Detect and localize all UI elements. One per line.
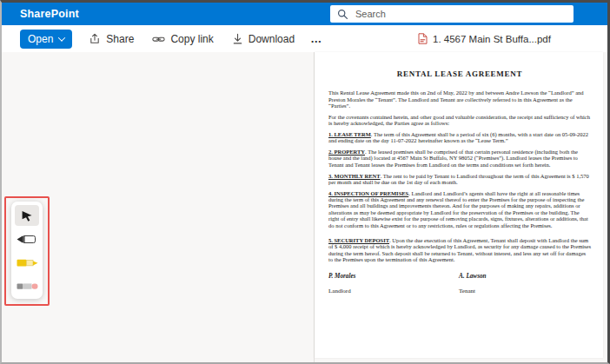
section-inspection: 4. INSPECTION OF PREMISES. Landlord and … <box>328 190 591 228</box>
command-bar: Open Share Copy link Download <box>2 25 607 52</box>
document-title: RENTAL LEASE AGREEMENT <box>328 69 591 78</box>
search-input[interactable] <box>355 9 567 19</box>
document-page: RENTAL LEASE AGREEMENT This Rental Lease… <box>315 52 603 358</box>
share-icon <box>89 33 101 45</box>
tool-palette <box>11 202 43 299</box>
tool-pen[interactable] <box>15 228 39 249</box>
share-label: Share <box>106 33 134 45</box>
tool-select-cursor[interactable] <box>15 205 39 226</box>
section-security-deposit: 5. SECURITY DEPOSIT. Upon the due execut… <box>328 237 591 262</box>
open-button[interactable]: Open <box>20 30 72 49</box>
eraser-icon <box>17 281 38 292</box>
download-icon <box>232 33 243 45</box>
suite-header: SharePoint <box>2 3 607 25</box>
signature-block: P. Morales A. Lawson Landlord Tenant <box>328 273 591 295</box>
signature-left: P. Morales <box>328 273 459 280</box>
download-label: Download <box>249 33 295 45</box>
download-button[interactable]: Download <box>230 29 296 50</box>
signature-right: A. Lawson <box>459 273 591 280</box>
tool-highlighter[interactable] <box>15 252 39 273</box>
sharepoint-logo: SharePoint <box>20 8 79 20</box>
viewer-content: RENTAL LEASE AGREEMENT This Rental Lease… <box>2 52 607 362</box>
section-property: 2. PROPERTY. The leased premises shall b… <box>328 149 591 168</box>
section-monthly-rent: 3. MONTHLY RENT. The rent to be paid by … <box>328 173 591 186</box>
section-lease-term: 1. LEASE TERM. The term of this Agreemen… <box>328 131 591 144</box>
signature-role-left: Landlord <box>328 288 459 295</box>
ellipsis-icon: … <box>310 32 322 45</box>
highlighter-icon <box>17 257 38 268</box>
intro-paragraph: For the covenants contained herein, and … <box>328 114 591 127</box>
file-tab: 1. 4567 Main St Buffa...pdf <box>418 25 551 52</box>
intro-paragraph: This Rental Lease Agreement made this on… <box>328 89 591 109</box>
link-icon <box>152 33 165 45</box>
tool-eraser[interactable] <box>15 275 39 296</box>
search-icon <box>337 9 348 20</box>
filename-label: 1. 4567 Main St Buffa...pdf <box>433 34 551 44</box>
search-box[interactable] <box>330 5 574 23</box>
viewer-left-panel <box>2 52 315 362</box>
signature-role-right: Tenant <box>459 288 591 295</box>
annotation-highlight-box <box>4 196 50 306</box>
share-button[interactable]: Share <box>87 29 136 50</box>
cursor-icon <box>20 208 34 222</box>
copy-link-button[interactable]: Copy link <box>150 29 215 50</box>
chevron-down-icon <box>58 34 65 41</box>
sharepoint-window: SharePoint Open Share <box>0 0 610 364</box>
pen-icon <box>17 234 38 245</box>
more-commands-button[interactable]: … <box>308 29 324 50</box>
open-button-label: Open <box>28 33 53 45</box>
pdf-file-icon <box>418 33 428 44</box>
copy-link-label: Copy link <box>170 33 213 45</box>
